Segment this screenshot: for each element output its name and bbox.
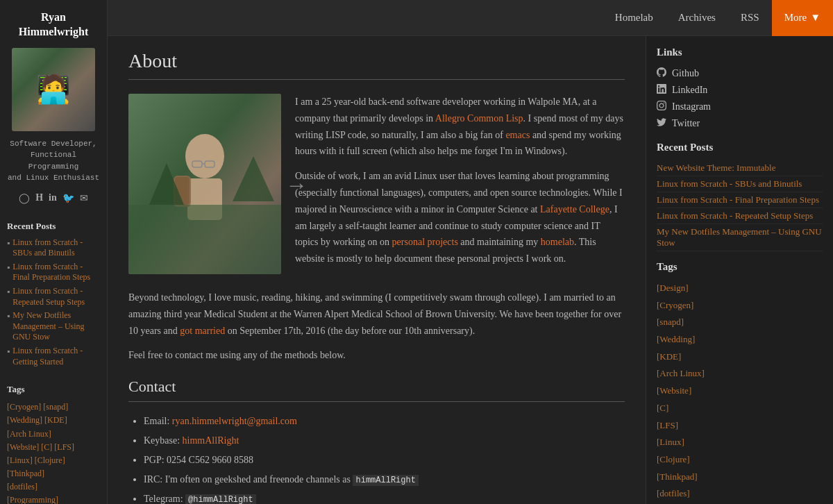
main-area: Homelab Archives RSS More ▼ About [108, 0, 833, 504]
tag-link[interactable]: [Clojure] [657, 454, 690, 464]
tag-link[interactable]: [Linux] [7, 455, 33, 465]
tag-link[interactable]: [Arch Linux] [657, 368, 705, 378]
tag-link[interactable]: [Website] [7, 442, 39, 452]
pgp-value: 0254 C562 9660 8588 [167, 455, 253, 465]
site-title: Ryan Himmelwright [7, 10, 100, 40]
about-text: I am a 25 year-old back-end software dev… [295, 94, 625, 276]
top-nav: Homelab Archives RSS More ▼ [108, 0, 833, 36]
post-link[interactable]: Linux from Scratch - Final Preparation S… [657, 194, 819, 205]
post-link[interactable]: Linux from Scratch - Repeated Setup Step… [12, 286, 100, 308]
article: About [108, 36, 646, 504]
got-married-link[interactable]: got married [180, 326, 225, 336]
chevron-down-icon: ▼ [810, 12, 821, 24]
tag-link[interactable]: [Cryogen] [657, 300, 693, 310]
tag-link[interactable]: [snapd] [657, 317, 684, 327]
list-item: Linux from Scratch - Repeated Setup Step… [7, 286, 100, 308]
homelab-link[interactable]: homelab [541, 237, 574, 247]
keybase-label: Keybase: [144, 435, 180, 446]
email-icon-link[interactable]: ✉ [80, 192, 88, 204]
nav-archives[interactable]: Archives [666, 1, 728, 35]
tag-link[interactable]: [dotfiles] [7, 482, 37, 492]
post-link[interactable]: My New Dotfiles Management – Using GNU S… [657, 226, 822, 248]
tag-link[interactable]: [snapd] [43, 402, 68, 412]
tag-link[interactable]: [Arch Linux] [7, 429, 51, 439]
irc-label: IRC: I'm often on geekshed and freenode … [144, 474, 351, 485]
social-icons: ◯ H in 🐦 ✉ [19, 192, 88, 204]
allegro-link[interactable]: Allegro Common Lisp [435, 113, 523, 124]
twitter-icon-link[interactable]: 🐦 [62, 192, 74, 204]
github-link[interactable]: Github [672, 68, 699, 79]
contact-list: Email: ryan.himmelwright@gmail.com Keyba… [128, 412, 625, 504]
tag-link[interactable]: [Design] [657, 283, 689, 293]
rs-posts-list: New Website Theme: Immutable Linux from … [657, 160, 823, 251]
post-link[interactable]: Linux from Scratch - Repeated Setup Step… [657, 210, 813, 221]
post-link[interactable]: My New Dotfiles Management – Using GNU S… [12, 310, 100, 343]
about-bottom-text: Beyond technology, I love music, reading… [128, 289, 625, 364]
left-sidebar: Ryan Himmelwright 🧑‍💻 Software Developer… [0, 0, 108, 504]
post-link[interactable]: New Website Theme: Immutable [657, 162, 775, 173]
hacker-news-icon-link[interactable]: H [35, 192, 43, 204]
about-paragraph-3: Beyond technology, I love music, reading… [128, 289, 625, 339]
list-item: My New Dotfiles Management – Using GNU S… [657, 224, 823, 251]
tag-link[interactable]: [Linux] [657, 437, 684, 447]
rs-tags: [Design] [Cryogen] [snapd] [Wedding] [KD… [657, 280, 823, 504]
links-list: Github LinkedIn Instagram [657, 65, 823, 132]
about-photo [128, 94, 281, 274]
twitter-link[interactable]: Twitter [672, 118, 700, 129]
tag-link[interactable]: [Clojure] [35, 455, 65, 465]
tag-link[interactable]: [Thinkpad] [657, 471, 697, 482]
email-link[interactable]: ryan.himmelwright@gmail.com [172, 416, 297, 426]
rs-tags-title: Tags [657, 261, 823, 273]
about-top-section: → I am a 25 year-old back-end software d… [128, 94, 625, 276]
github-icon-link[interactable]: ◯ [19, 192, 30, 204]
post-link[interactable]: Linux from Scratch - Final Preparation S… [12, 262, 100, 283]
more-button[interactable]: More ▼ [772, 0, 833, 36]
list-item: Linux from Scratch - Final Preparation S… [657, 192, 823, 208]
list-item: Twitter [657, 115, 823, 132]
tag-link[interactable]: [C] [41, 442, 52, 452]
tagline: Software Developer,Functional Programmin… [7, 138, 100, 184]
rs-recent-posts-title: Recent Posts [657, 142, 823, 153]
post-link[interactable]: Linux from Scratch - SBUs and Binutils [12, 237, 100, 259]
about-paragraph-2: Outside of work, I am an avid Linux user… [295, 168, 625, 267]
content-row: About [108, 36, 833, 504]
list-item: Linux from Scratch - Final Preparation S… [7, 262, 100, 283]
tag-link[interactable]: [KDE] [657, 351, 681, 362]
post-link[interactable]: Linux from Scratch - Getting Started [12, 346, 100, 367]
linkedin-link[interactable]: LinkedIn [672, 85, 707, 96]
linkedin-icon-link[interactable]: in [49, 192, 57, 204]
tag-link[interactable]: [KDE] [44, 415, 67, 425]
instagram-link[interactable]: Instagram [672, 101, 711, 112]
list-item: LinkedIn [657, 82, 823, 99]
personal-projects-link[interactable]: personal projects [392, 237, 458, 247]
tag-link[interactable]: [Thinkpad] [7, 469, 44, 478]
contact-title: Contact [128, 378, 625, 402]
tag-link[interactable]: [Programming] [7, 495, 58, 504]
tag-link[interactable]: [Cryogen] [7, 402, 41, 412]
avatar-image: 🧑‍💻 [12, 48, 95, 131]
tag-link[interactable]: [Wedding] [657, 334, 695, 344]
list-item: PGP: 0254 C562 9660 8588 [144, 451, 625, 470]
post-link[interactable]: Linux from Scratch - SBUs and Binutils [657, 178, 802, 189]
tag-link[interactable]: [C] [657, 403, 668, 413]
github-icon [657, 67, 666, 80]
page-title: About [128, 50, 625, 80]
telegram-nick: @himmAllRight [185, 494, 256, 504]
keybase-link[interactable]: himmAllRight [183, 435, 239, 446]
list-item: My New Dotfiles Management – Using GNU S… [7, 310, 100, 343]
nav-homelab[interactable]: Homelab [603, 1, 666, 35]
lafayette-link[interactable]: Lafayette College [540, 204, 609, 215]
tag-link[interactable]: [LFS] [54, 442, 74, 452]
emacs-link[interactable]: emacs [505, 130, 530, 140]
about-paragraph-1: I am a 25 year-old back-end software dev… [295, 94, 625, 160]
tag-link[interactable]: [Website] [657, 385, 691, 396]
arrow-right-icon: → [285, 171, 308, 197]
svg-point-1 [185, 134, 224, 178]
sidebar-tags: [Cryogen] [snapd] [Wedding] [KDE] [Arch … [7, 401, 100, 504]
tag-link[interactable]: [Wedding] [7, 415, 42, 425]
irc-nick: himmAllRight [353, 475, 418, 486]
tag-link[interactable]: [LFS] [657, 420, 678, 430]
tag-link[interactable]: [dotfiles] [657, 488, 690, 498]
instagram-icon [657, 101, 666, 113]
nav-rss[interactable]: RSS [728, 1, 772, 35]
